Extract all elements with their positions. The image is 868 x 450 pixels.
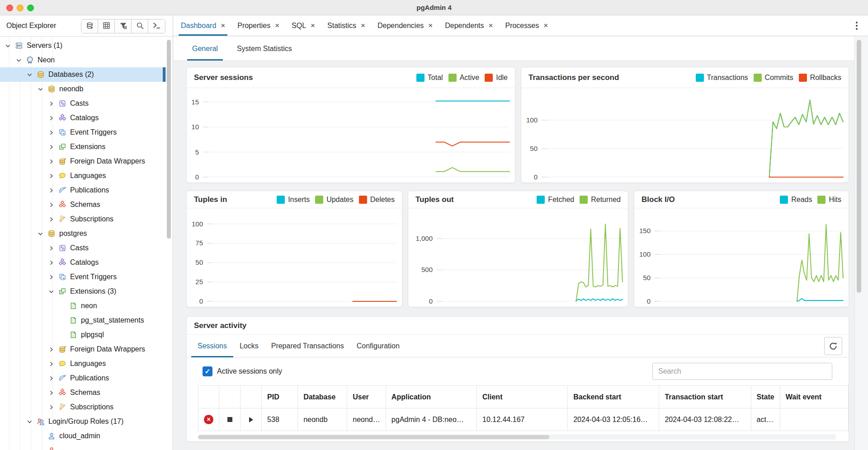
- tree-item-neondb[interactable]: neondb: [0, 82, 166, 96]
- minimize-button[interactable]: [17, 5, 24, 11]
- tree-item-event-triggers[interactable]: Event Triggers: [0, 125, 166, 140]
- tab-close-icon[interactable]: ×: [311, 22, 315, 29]
- tree-item-neon[interactable]: neon: [0, 299, 166, 313]
- tree-item-schemas[interactable]: Schemas: [0, 197, 166, 212]
- tab-statistics[interactable]: Statistics×: [327, 15, 365, 36]
- tree-item-subscriptions[interactable]: Subscriptions: [0, 400, 166, 414]
- column-header-backend-start[interactable]: Backend start: [568, 386, 659, 408]
- tab-system-statistics[interactable]: System Statistics: [236, 37, 293, 61]
- tab-properties[interactable]: Properties×: [237, 15, 279, 36]
- search-input[interactable]: [652, 363, 832, 380]
- tree-item-postgres[interactable]: postgres: [0, 226, 166, 241]
- tree-expander[interactable]: [48, 157, 58, 165]
- expand-row-icon[interactable]: [249, 417, 253, 422]
- scrollbar-thumb[interactable]: [857, 40, 861, 293]
- close-button[interactable]: [6, 5, 13, 11]
- active-sessions-checkbox[interactable]: ✓ Active sessions only: [203, 366, 282, 376]
- tab-general[interactable]: General: [191, 37, 219, 61]
- column-header-state[interactable]: State: [751, 386, 780, 408]
- tree-expander[interactable]: [48, 215, 58, 223]
- zoom-button[interactable]: [27, 5, 34, 11]
- column-header-transaction-start[interactable]: Transaction start: [659, 386, 751, 408]
- tree-item-plpgsql[interactable]: plpgsql: [0, 328, 166, 342]
- tree-item-cloud-admin[interactable]: cloud_admin: [0, 429, 166, 443]
- tree-item-event-triggers[interactable]: Event Triggers: [0, 270, 166, 284]
- tree-item-clipped[interactable]: [0, 443, 166, 450]
- tree-item-languages[interactable]: Languages: [0, 169, 166, 183]
- tree-expander[interactable]: [48, 389, 58, 397]
- tab-close-icon[interactable]: ×: [543, 22, 548, 29]
- column-header-user[interactable]: User: [347, 386, 386, 408]
- view-data-button[interactable]: [98, 19, 115, 33]
- table-row[interactable]: ×538neondbneond…pgAdmin 4 - DB:neo…10.12…: [198, 408, 849, 431]
- tree-expander[interactable]: [48, 186, 58, 194]
- column-header-wait-event[interactable]: Wait event: [780, 386, 848, 408]
- tree-expander[interactable]: [37, 230, 47, 238]
- tree-expander[interactable]: [26, 417, 36, 426]
- tree-item-catalogs[interactable]: Catalogs: [0, 255, 166, 270]
- tab-dependencies[interactable]: Dependencies×: [377, 15, 433, 36]
- tree-expander[interactable]: [48, 403, 58, 411]
- tree-item-neon[interactable]: Neon: [0, 53, 166, 67]
- tab-dashboard[interactable]: Dashboard×: [181, 15, 225, 36]
- tree-expander[interactable]: [48, 345, 58, 353]
- tree-expander[interactable]: [48, 114, 58, 122]
- kebab-menu-button[interactable]: [853, 21, 861, 31]
- tree-expander[interactable]: [48, 201, 58, 209]
- tab-close-icon[interactable]: ×: [489, 22, 493, 29]
- tree-expander[interactable]: [26, 70, 36, 79]
- tree-item-foreign-data-wrappers[interactable]: Foreign Data Wrappers: [0, 154, 166, 169]
- tab-locks[interactable]: Locks: [233, 335, 265, 357]
- tree-expander[interactable]: [48, 128, 58, 136]
- tab-sql[interactable]: SQL×: [292, 15, 315, 36]
- tree-item-languages[interactable]: Languages: [0, 356, 166, 371]
- tree-expander[interactable]: [37, 85, 47, 93]
- search-objects-button[interactable]: [132, 19, 148, 33]
- tree-item-login-group-roles-17[interactable]: Login/Group Roles (17): [0, 414, 166, 429]
- tree-expander[interactable]: [48, 287, 58, 295]
- tree-item-pg-stat-statements[interactable]: pg_stat_statements: [0, 313, 166, 328]
- table-horizontal-scrollbar[interactable]: [198, 434, 836, 440]
- tree-item-databases-2[interactable]: Databases (2): [0, 67, 166, 82]
- main-vertical-scrollbar[interactable]: [854, 37, 868, 450]
- filter-rows-button[interactable]: [115, 19, 132, 33]
- column-header-application[interactable]: Application: [386, 386, 476, 408]
- column-header-client[interactable]: Client: [477, 386, 568, 408]
- tree-item-casts[interactable]: Casts: [0, 241, 166, 255]
- refresh-button[interactable]: [824, 337, 842, 355]
- tab-close-icon[interactable]: ×: [275, 22, 279, 29]
- tree-expander[interactable]: [48, 360, 58, 368]
- tab-close-icon[interactable]: ×: [221, 22, 225, 29]
- tree-item-schemas[interactable]: Schemas: [0, 385, 166, 400]
- tab-prepared-transactions[interactable]: Prepared Transactions: [265, 335, 350, 357]
- tree-expander[interactable]: [48, 244, 58, 252]
- tree-expander[interactable]: [48, 99, 58, 108]
- tree-item-subscriptions[interactable]: Subscriptions: [0, 212, 166, 226]
- terminate-query-icon[interactable]: [227, 417, 232, 422]
- tree-expander[interactable]: [15, 56, 25, 64]
- tree-item-publications[interactable]: Publications: [0, 371, 166, 385]
- tree-item-servers-1[interactable]: Servers (1): [0, 38, 166, 53]
- cancel-session-icon[interactable]: ×: [204, 415, 213, 424]
- tab-configuration[interactable]: Configuration: [350, 335, 406, 357]
- scrollbar-thumb[interactable]: [198, 435, 549, 439]
- column-header-pid[interactable]: PID: [262, 386, 298, 408]
- tab-close-icon[interactable]: ×: [428, 22, 433, 29]
- tree-expander[interactable]: [5, 42, 14, 50]
- tree-expander[interactable]: [48, 273, 58, 281]
- tree-expander[interactable]: [48, 258, 58, 267]
- tree-item-publications[interactable]: Publications: [0, 183, 166, 197]
- tab-sessions[interactable]: Sessions: [191, 335, 233, 357]
- column-header-database[interactable]: Database: [298, 386, 347, 408]
- tree-item-catalogs[interactable]: Catalogs: [0, 111, 166, 125]
- tree-item-casts[interactable]: Casts: [0, 96, 166, 111]
- tab-processes[interactable]: Processes×: [505, 15, 548, 36]
- tree-expander[interactable]: [48, 172, 58, 180]
- tree-expander[interactable]: [48, 143, 58, 151]
- tab-close-icon[interactable]: ×: [361, 22, 365, 29]
- query-tool-button[interactable]: [148, 19, 165, 33]
- tree-expander[interactable]: [48, 374, 58, 382]
- database-connect-button[interactable]: [81, 19, 98, 33]
- tree-item-extensions[interactable]: Extensions: [0, 140, 166, 154]
- tree-item-foreign-data-wrappers[interactable]: Foreign Data Wrappers: [0, 342, 166, 356]
